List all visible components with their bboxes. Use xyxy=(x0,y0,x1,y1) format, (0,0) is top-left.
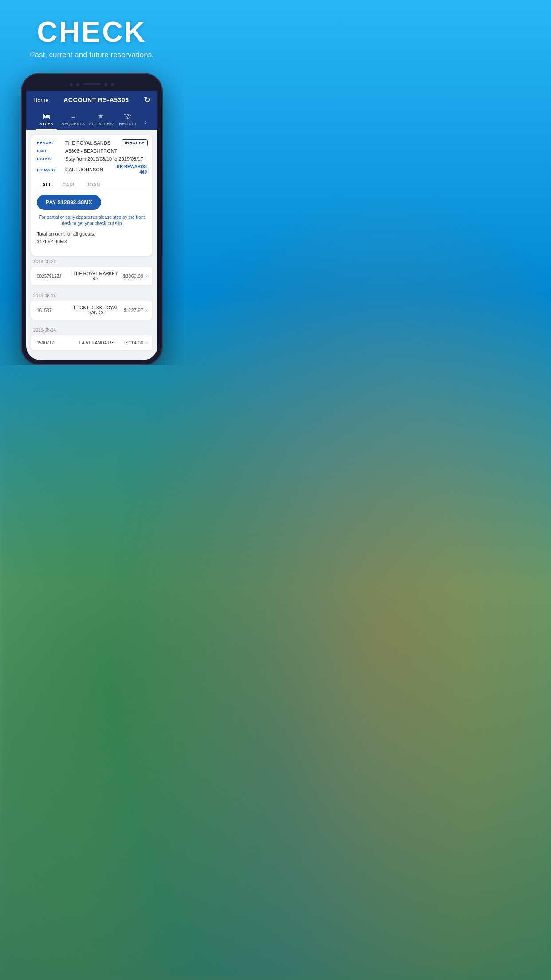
transaction-row-2[interactable]: 161507 FRONT DESK ROYAL SANDS $-227.97 › xyxy=(31,301,152,320)
tab-stays-label: STAYS xyxy=(39,122,53,126)
rr-rewards-label: RR REWARDS xyxy=(117,164,147,170)
header-section: CHECK Past, current and future reservati… xyxy=(0,0,184,68)
chevron-icon-1: › xyxy=(145,273,147,279)
nav-account-title: ACCOUNT RS-A5303 xyxy=(63,96,129,103)
rr-rewards: RR REWARDS 440 xyxy=(117,164,147,175)
notch-bar xyxy=(83,83,101,85)
phone-outer: Home ACCOUNT RS-A5303 ↻ 🛏 STAYS ≡ xyxy=(21,73,163,365)
notice-text: For partial or early departures please s… xyxy=(37,214,147,227)
stays-icon: 🛏 xyxy=(43,112,50,120)
dates-row: DATES Stay from 2019/08/10 to 2019/08/17 xyxy=(37,156,147,162)
transaction-row-1[interactable]: 002579122J THE ROYAL MARKET RS $2860.00 … xyxy=(31,267,152,285)
tab-restaurant[interactable]: 🍽 RESTAU xyxy=(114,110,141,130)
guest-tabs: ALL CARL JOAN xyxy=(37,179,147,190)
unit-label: UNIT xyxy=(37,148,65,153)
nav-bar: Home ACCOUNT RS-A5303 ↻ 🛏 STAYS ≡ xyxy=(26,91,157,130)
notch-dot-4 xyxy=(111,83,114,86)
activities-icon: ★ xyxy=(98,112,104,120)
tab-stays[interactable]: 🛏 STAYS xyxy=(33,110,59,130)
unit-row: UNIT A5303 - BEACHFRONT xyxy=(37,148,147,154)
total-label: Total amount for all guests: xyxy=(37,231,95,237)
trans-amount-1: $2860.00 › xyxy=(123,273,147,279)
notch-dot-3 xyxy=(104,83,107,86)
phone-mockup: Home ACCOUNT RS-A5303 ↻ 🛏 STAYS ≡ xyxy=(21,73,163,365)
date-section-2: 2019-08-15 xyxy=(31,290,152,301)
trans-amount-3: $114.00 › xyxy=(126,340,147,346)
page: CHECK Past, current and future reservati… xyxy=(0,0,184,365)
trans-id-1: 002579122J xyxy=(37,274,68,279)
content-area: INHOUSE RESORT THE ROYAL SANDS UNIT A530… xyxy=(26,130,157,360)
trans-name-1: THE ROYAL MARKET RS xyxy=(68,271,123,281)
primary-label: PRIMARY xyxy=(37,167,65,172)
tab-activities-label: ACTIVITIES xyxy=(89,122,113,126)
screen: Home ACCOUNT RS-A5303 ↻ 🛏 STAYS ≡ xyxy=(26,91,157,360)
trans-name-3: LA VERANDA RS xyxy=(68,340,126,345)
trans-id-2: 161507 xyxy=(37,308,68,313)
total-value: $12892.38MX xyxy=(37,239,67,244)
date-section-3: 2019-08-14 xyxy=(31,324,152,335)
rr-rewards-value: 440 xyxy=(117,170,147,175)
dates-value: Stay from 2019/08/10 to 2019/08/17 xyxy=(65,156,147,162)
notch-dot-1 xyxy=(70,83,73,86)
inhouse-badge: INHOUSE xyxy=(122,139,148,146)
tab-restaurant-label: RESTAU xyxy=(119,122,136,126)
primary-value: CARL JOHNSON xyxy=(65,167,117,172)
nav-top: Home ACCOUNT RS-A5303 ↻ xyxy=(33,95,150,109)
trans-amount-2: $-227.97 › xyxy=(124,307,147,313)
guest-tab-joan[interactable]: JOAN xyxy=(81,179,106,190)
restaurant-icon: 🍽 xyxy=(124,112,131,120)
hero-subtitle: Past, current and future reservations. xyxy=(9,51,175,59)
requests-icon: ≡ xyxy=(71,112,75,120)
dates-label: DATES xyxy=(37,156,65,161)
pay-button[interactable]: PAY $12892.38MX xyxy=(37,195,101,210)
refresh-icon[interactable]: ↻ xyxy=(144,95,150,105)
tab-requests[interactable]: ≡ REQUESTS xyxy=(59,110,87,130)
nav-home-label[interactable]: Home xyxy=(33,97,49,103)
resort-label: RESORT xyxy=(37,140,65,145)
trans-id-3: 1500717L xyxy=(37,340,68,345)
phone-inner: Home ACCOUNT RS-A5303 ↻ 🛏 STAYS ≡ xyxy=(26,78,157,360)
guest-tab-carl[interactable]: CARL xyxy=(57,179,81,190)
primary-row: PRIMARY CARL JOHNSON RR REWARDS 440 xyxy=(37,164,147,175)
guest-tab-all[interactable]: ALL xyxy=(37,179,57,190)
chevron-icon-2: › xyxy=(145,307,147,313)
nav-tabs: 🛏 STAYS ≡ REQUESTS ★ ACTIVITIES xyxy=(33,109,150,130)
chevron-icon-3: › xyxy=(145,340,147,346)
hero-title: CHECK xyxy=(9,18,175,46)
tab-requests-label: REQUESTS xyxy=(61,122,85,126)
notch-dot-2 xyxy=(76,83,79,86)
date-section-1: 2019-08-22 xyxy=(31,256,152,267)
unit-value: A5303 - BEACHFRONT xyxy=(65,148,147,154)
transaction-row-3[interactable]: 1500717L LA VERANDA RS $114.00 › xyxy=(31,335,152,350)
tab-activities[interactable]: ★ ACTIVITIES xyxy=(87,109,115,130)
phone-notch xyxy=(26,78,157,91)
tabs-more-icon[interactable]: › xyxy=(141,115,150,130)
total-text: Total amount for all guests: $12892.38MX xyxy=(37,230,147,245)
stay-card: INHOUSE RESORT THE ROYAL SANDS UNIT A530… xyxy=(31,135,152,256)
trans-name-2: FRONT DESK ROYAL SANDS xyxy=(68,305,124,315)
